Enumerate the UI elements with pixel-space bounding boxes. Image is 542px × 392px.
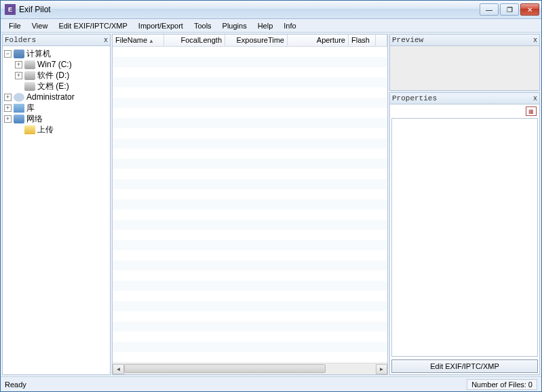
app-icon: E xyxy=(5,4,16,15)
column-headers: FileName▲ FocalLength ExposureTime Apert… xyxy=(113,35,387,47)
drive-icon xyxy=(24,71,35,80)
window-controls: — ❐ ✕ xyxy=(480,3,541,16)
tree-node-admin[interactable]: + Administrator xyxy=(4,92,109,102)
properties-title: Properties xyxy=(392,94,437,102)
minimize-button[interactable]: — xyxy=(480,3,499,16)
col-label: Flash xyxy=(351,36,370,44)
tree-label: 文档 (E:) xyxy=(37,81,69,92)
col-aperture[interactable]: Aperture xyxy=(288,35,349,46)
expander-icon[interactable]: + xyxy=(15,72,22,79)
expander-icon[interactable]: + xyxy=(4,94,12,101)
col-focal[interactable]: FocalLength xyxy=(164,35,225,46)
status-left: Ready xyxy=(5,380,26,389)
col-flash[interactable]: Flash xyxy=(349,35,376,46)
tree-node-win7[interactable]: + Win7 (C:) xyxy=(4,59,109,70)
menu-view[interactable]: View xyxy=(26,20,54,31)
folders-title: Folders xyxy=(5,36,36,44)
tree-label: 软件 (D:) xyxy=(37,70,69,81)
col-label: FileName xyxy=(115,36,147,44)
tree-label: 计算机 xyxy=(26,48,51,60)
tree-node-soft[interactable]: + 软件 (D:) xyxy=(4,70,109,81)
sort-asc-icon: ▲ xyxy=(149,38,154,44)
properties-toolbar: ▦ xyxy=(390,104,539,118)
menu-info[interactable]: Info xyxy=(278,20,301,31)
expander-icon[interactable]: − xyxy=(4,50,12,58)
menu-tools[interactable]: Tools xyxy=(189,20,217,31)
status-bar: Ready Number of Files: 0 xyxy=(1,376,541,391)
tree-node-upload[interactable]: 上传 xyxy=(4,124,109,135)
col-spacer xyxy=(376,35,387,46)
file-list-body[interactable] xyxy=(113,47,387,363)
expander-blank xyxy=(15,126,22,134)
expander-icon[interactable]: + xyxy=(4,104,12,112)
window-title: Exif Pilot xyxy=(19,5,51,14)
tree-node-docs[interactable]: 文档 (E:) xyxy=(4,81,109,92)
properties-panel: Properties x ▦ Edit EXIF/IPTC/XMP xyxy=(389,92,540,375)
tree-node-lib[interactable]: + 库 xyxy=(4,102,109,113)
preview-header: Preview x xyxy=(390,35,539,46)
tree-label: 网络 xyxy=(26,113,43,125)
properties-close-icon[interactable]: x xyxy=(533,95,537,102)
folder-tree[interactable]: − 计算机 + Win7 (C:) + 软件 (D:) 文档 (E:) + xyxy=(3,46,110,374)
tree-label: 上传 xyxy=(37,124,54,136)
right-column: Preview x Properties x ▦ Edit EXIF/IPTC/… xyxy=(389,34,540,375)
close-button[interactable]: ✕ xyxy=(520,3,539,16)
menu-plugins[interactable]: Plugins xyxy=(217,20,252,31)
horizontal-scrollbar[interactable]: ◄ ► xyxy=(113,363,387,374)
menu-import-export[interactable]: Import/Export xyxy=(133,20,189,31)
col-label: Aperture xyxy=(317,36,345,44)
menu-help[interactable]: Help xyxy=(252,20,279,31)
folders-close-icon[interactable]: x xyxy=(104,37,108,44)
folders-header: Folders x xyxy=(3,35,110,46)
network-icon xyxy=(14,115,24,123)
folder-icon xyxy=(24,125,35,134)
col-label: ExposureTime xyxy=(236,36,284,44)
col-filename[interactable]: FileName▲ xyxy=(113,35,164,46)
user-icon xyxy=(14,93,24,102)
expander-blank xyxy=(15,83,22,90)
expander-icon[interactable]: + xyxy=(15,61,22,68)
tree-node-computer[interactable]: − 计算机 xyxy=(4,48,109,59)
scroll-right-button[interactable]: ► xyxy=(376,364,387,374)
preview-body xyxy=(390,46,539,90)
properties-tool-icon[interactable]: ▦ xyxy=(526,106,537,116)
preview-close-icon[interactable]: x xyxy=(533,37,537,44)
properties-header: Properties x xyxy=(390,93,539,104)
tree-label: Administrator xyxy=(26,92,75,102)
col-label: FocalLength xyxy=(180,36,222,44)
scroll-track[interactable] xyxy=(124,364,376,374)
col-exposure[interactable]: ExposureTime xyxy=(225,35,288,46)
preview-panel: Preview x xyxy=(389,34,540,91)
expander-icon[interactable]: + xyxy=(4,115,12,123)
title-bar: E Exif Pilot — ❐ ✕ xyxy=(1,1,541,19)
menu-file[interactable]: File xyxy=(3,20,26,31)
menu-edit-exif[interactable]: Edit EXIF/IPTC/XMP xyxy=(53,20,132,31)
tree-label: 库 xyxy=(26,102,35,114)
preview-title: Preview xyxy=(392,36,423,44)
scroll-left-button[interactable]: ◄ xyxy=(113,364,124,374)
status-file-count: Number of Files: 0 xyxy=(467,379,537,390)
menu-bar: File View Edit EXIF/IPTC/XMP Import/Expo… xyxy=(1,19,541,33)
drive-icon xyxy=(24,82,35,91)
computer-icon xyxy=(14,50,24,58)
maximize-button[interactable]: ❐ xyxy=(500,3,519,16)
drive-icon xyxy=(24,60,35,69)
scroll-thumb[interactable] xyxy=(124,364,326,373)
main-area: Folders x − 计算机 + Win7 (C:) + 软件 (D:) xyxy=(1,33,541,376)
tree-node-net[interactable]: + 网络 xyxy=(4,113,109,124)
library-icon xyxy=(14,104,24,113)
properties-box[interactable] xyxy=(391,118,538,357)
tree-label: Win7 (C:) xyxy=(37,60,72,69)
file-list-panel: FileName▲ FocalLength ExposureTime Apert… xyxy=(112,34,388,375)
edit-exif-button[interactable]: Edit EXIF/IPTC/XMP xyxy=(391,359,538,373)
folders-panel: Folders x − 计算机 + Win7 (C:) + 软件 (D:) xyxy=(2,34,111,375)
